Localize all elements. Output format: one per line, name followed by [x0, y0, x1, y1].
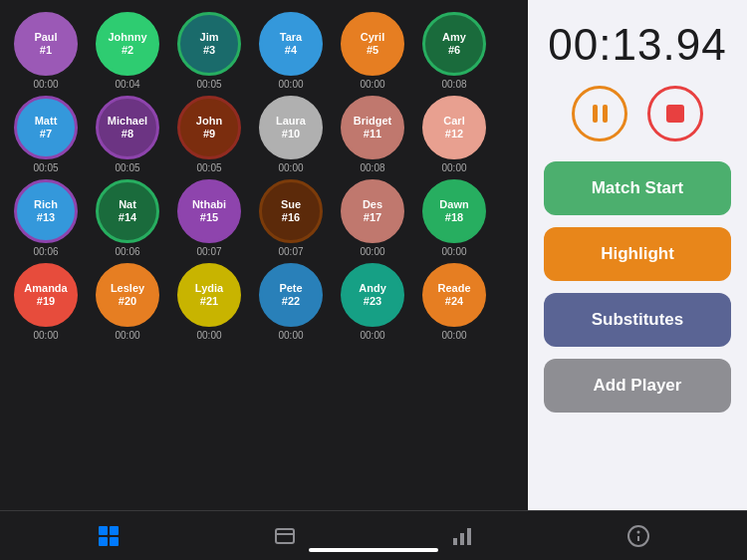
stop-button[interactable]	[647, 86, 703, 141]
player-circle-6[interactable]: Amy#6	[422, 12, 486, 76]
player-time-12: 00:00	[441, 162, 466, 173]
player-row-1: Paul#100:00Johnny#200:04Jim#300:05Tara#4…	[8, 12, 520, 90]
player-row-2: Matt#700:05Michael#800:05John#900:05Laur…	[8, 96, 520, 173]
player-cell-14: Nat#1400:06	[90, 179, 165, 257]
player-circle-23[interactable]: Andy#23	[341, 263, 404, 327]
chart-tab-icon	[450, 524, 474, 548]
player-time-19: 00:00	[33, 330, 58, 341]
player-time-22: 00:00	[278, 330, 303, 341]
player-cell-7: Matt#700:05	[8, 96, 84, 173]
player-cell-13: Rich#1300:06	[8, 179, 84, 257]
player-circle-18[interactable]: Dawn#18	[422, 179, 486, 243]
highlight-button[interactable]: Highlight	[544, 227, 731, 281]
player-time-13: 00:06	[33, 246, 58, 257]
player-circle-4[interactable]: Tara#4	[259, 12, 323, 76]
player-time-21: 00:00	[196, 330, 221, 341]
svg-rect-8	[467, 528, 471, 545]
player-time-14: 00:06	[115, 246, 139, 257]
player-cell-5: Cyril#500:00	[335, 12, 410, 90]
right-panel: 00:13.94 Match Start Highlight Substitut…	[528, 0, 747, 510]
player-circle-11[interactable]: Bridget#11	[341, 96, 404, 159]
action-buttons: Match Start Highlight Substitutes Add Pl…	[544, 161, 731, 494]
player-circle-22[interactable]: Pete#22	[259, 263, 323, 327]
player-time-2: 00:04	[115, 79, 139, 90]
player-time-5: 00:00	[360, 79, 384, 90]
player-cell-4: Tara#400:00	[253, 12, 329, 90]
player-time-15: 00:07	[196, 246, 221, 257]
player-row-4: Amanda#1900:00Lesley#2000:00Lydia#2100:0…	[8, 263, 520, 341]
player-circle-5[interactable]: Cyril#5	[341, 12, 404, 76]
player-cell-3: Jim#300:05	[171, 12, 247, 90]
timer-display: 00:13.94	[544, 20, 731, 70]
player-circle-13[interactable]: Rich#13	[14, 179, 78, 243]
player-grid-panel: Paul#100:00Johnny#200:04Jim#300:05Tara#4…	[0, 0, 528, 510]
pause-icon	[593, 105, 608, 123]
player-circle-8[interactable]: Michael#8	[96, 96, 159, 159]
player-cell-20: Lesley#2000:00	[90, 263, 165, 341]
tab-chart[interactable]	[374, 524, 551, 548]
player-circle-10[interactable]: Laura#10	[259, 96, 323, 159]
player-time-10: 00:00	[278, 162, 303, 173]
player-time-18: 00:00	[441, 246, 466, 257]
svg-rect-6	[453, 538, 457, 545]
stop-icon	[666, 105, 684, 123]
player-cell-23: Andy#2300:00	[335, 263, 410, 341]
svg-rect-1	[110, 526, 119, 535]
player-time-9: 00:05	[196, 162, 221, 173]
player-cell-22: Pete#2200:00	[253, 263, 329, 341]
tab-info[interactable]	[551, 524, 728, 548]
player-circle-24[interactable]: Reade#24	[422, 263, 486, 327]
player-circle-12[interactable]: Carl#12	[422, 96, 486, 159]
player-cell-19: Amanda#1900:00	[8, 263, 84, 341]
player-circle-15[interactable]: Nthabi#15	[177, 179, 241, 243]
player-cell-16: Sue#1600:07	[253, 179, 329, 257]
svg-rect-7	[460, 533, 464, 545]
info-tab-icon	[626, 524, 650, 548]
main-area: Paul#100:00Johnny#200:04Jim#300:05Tara#4…	[0, 0, 747, 510]
player-time-8: 00:05	[115, 162, 139, 173]
player-time-1: 00:00	[33, 79, 58, 90]
player-circle-7[interactable]: Matt#7	[14, 96, 78, 159]
player-cell-10: Laura#1000:00	[253, 96, 329, 173]
player-time-16: 00:07	[278, 246, 303, 257]
tab-indicator	[309, 548, 438, 552]
tab-card[interactable]	[197, 524, 374, 548]
player-time-17: 00:00	[360, 246, 384, 257]
player-row-3: Rich#1300:06Nat#1400:06Nthabi#1500:07Sue…	[8, 179, 520, 257]
player-time-20: 00:00	[115, 330, 139, 341]
svg-rect-0	[99, 526, 108, 535]
player-circle-1[interactable]: Paul#1	[14, 12, 78, 76]
svg-rect-2	[99, 537, 108, 546]
player-cell-24: Reade#2400:00	[416, 263, 492, 341]
player-time-23: 00:00	[360, 330, 384, 341]
svg-rect-4	[276, 529, 294, 543]
player-time-11: 00:08	[360, 162, 384, 173]
player-time-3: 00:05	[196, 79, 221, 90]
player-circle-17[interactable]: Des#17	[341, 179, 404, 243]
player-circle-14[interactable]: Nat#14	[96, 179, 159, 243]
player-cell-11: Bridget#1100:08	[335, 96, 410, 173]
player-cell-2: Johnny#200:04	[90, 12, 165, 90]
player-circle-20[interactable]: Lesley#20	[96, 263, 159, 327]
pause-button[interactable]	[572, 86, 627, 141]
player-time-24: 00:00	[441, 330, 466, 341]
player-cell-15: Nthabi#1500:07	[171, 179, 247, 257]
card-tab-icon	[273, 524, 297, 548]
player-time-6: 00:08	[441, 79, 466, 90]
player-circle-21[interactable]: Lydia#21	[177, 263, 241, 327]
player-circle-9[interactable]: John#9	[177, 96, 241, 159]
player-circle-3[interactable]: Jim#3	[177, 12, 241, 76]
match-start-button[interactable]: Match Start	[544, 161, 731, 215]
player-circle-16[interactable]: Sue#16	[259, 179, 323, 243]
tab-bar	[0, 510, 747, 560]
substitutes-button[interactable]: Substitutes	[544, 293, 731, 347]
svg-rect-3	[110, 537, 119, 546]
add-player-button[interactable]: Add Player	[544, 359, 731, 413]
player-cell-9: John#900:05	[171, 96, 247, 173]
player-circle-19[interactable]: Amanda#19	[14, 263, 78, 327]
player-circle-2[interactable]: Johnny#2	[96, 12, 159, 76]
tab-grid[interactable]	[20, 524, 197, 548]
player-cell-18: Dawn#1800:00	[416, 179, 492, 257]
grid-tab-icon	[97, 524, 121, 548]
player-cell-1: Paul#100:00	[8, 12, 84, 90]
